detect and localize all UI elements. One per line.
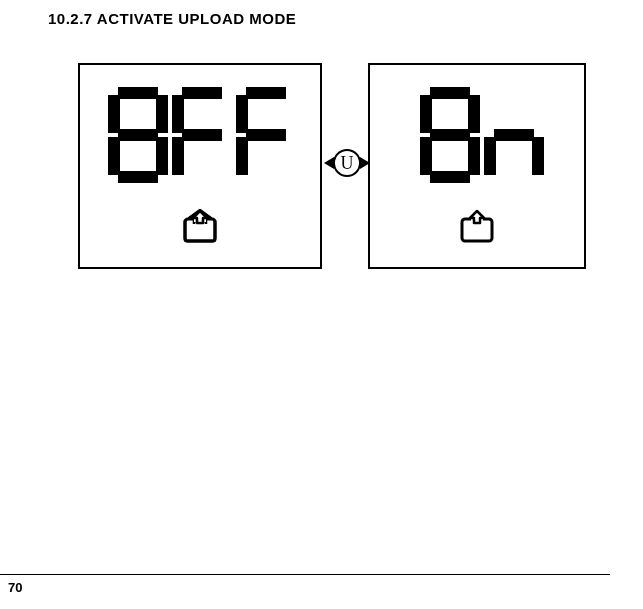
svg-rect-25 xyxy=(484,137,496,175)
svg-rect-6 xyxy=(156,137,168,175)
svg-rect-1 xyxy=(118,129,158,141)
svg-rect-9 xyxy=(172,95,184,133)
seg-char-n xyxy=(484,87,544,183)
toggle-control: U xyxy=(324,149,370,177)
seg-char-o xyxy=(108,87,168,183)
seg-char-o2 xyxy=(420,87,480,183)
svg-rect-23 xyxy=(468,137,480,175)
svg-rect-18 xyxy=(430,129,470,141)
toggle-button[interactable]: U xyxy=(333,149,361,177)
upload-mode-diagram: U xyxy=(78,63,586,269)
svg-rect-24 xyxy=(494,129,534,141)
segment-display-off xyxy=(108,87,296,183)
display-panel-on xyxy=(368,63,586,269)
svg-rect-11 xyxy=(246,87,286,99)
svg-rect-4 xyxy=(108,137,120,175)
svg-rect-12 xyxy=(246,129,286,141)
display-panel-off xyxy=(78,63,322,269)
svg-rect-20 xyxy=(420,95,432,133)
svg-rect-7 xyxy=(182,87,222,99)
section-heading: 10.2.7 ACTIVATE UPLOAD MODE xyxy=(48,10,296,27)
svg-rect-3 xyxy=(108,95,120,133)
svg-rect-0 xyxy=(118,87,158,99)
seg-char-f1 xyxy=(172,87,232,183)
svg-rect-26 xyxy=(532,137,544,175)
upload-icon xyxy=(179,209,221,247)
upload-icon xyxy=(456,209,498,247)
seg-char-f2 xyxy=(236,87,296,183)
svg-rect-19 xyxy=(430,171,470,183)
svg-rect-2 xyxy=(118,171,158,183)
svg-rect-8 xyxy=(182,129,222,141)
svg-rect-10 xyxy=(172,137,184,175)
segment-display-on xyxy=(420,87,544,183)
svg-rect-21 xyxy=(420,137,432,175)
svg-rect-14 xyxy=(236,137,248,175)
svg-rect-22 xyxy=(468,95,480,133)
page-number: 70 xyxy=(8,580,22,595)
svg-rect-13 xyxy=(236,95,248,133)
svg-rect-17 xyxy=(430,87,470,99)
svg-rect-5 xyxy=(156,95,168,133)
footer-divider xyxy=(0,574,610,575)
